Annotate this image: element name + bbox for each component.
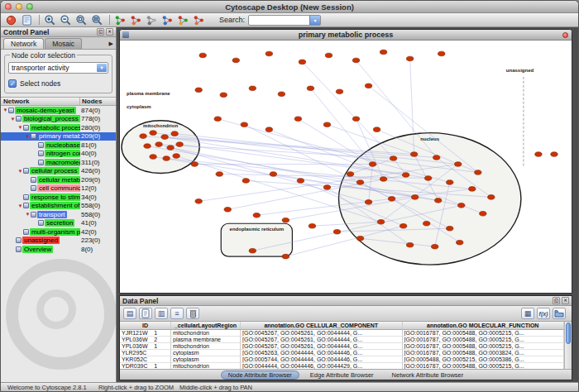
network-node[interactable] [220, 93, 227, 98]
table-cell[interactable]: [GO:0005488, GO:0005215, GO:0005386, G..… [403, 356, 565, 363]
tree-item-secretion[interactable]: secretion41(0) [1, 219, 116, 228]
network-node[interactable] [400, 223, 406, 228]
network-node[interactable] [406, 242, 413, 247]
tree-header-network[interactable]: Network [1, 98, 80, 105]
network-node[interactable] [390, 156, 396, 161]
network-node[interactable] [299, 60, 305, 65]
tree-header-nodes[interactable]: Nodes [80, 98, 116, 105]
network-node[interactable] [278, 92, 285, 97]
network-node[interactable] [199, 53, 206, 58]
delete-attributes-icon[interactable] [186, 308, 199, 319]
expand-arrow-icon[interactable]: ▼ [10, 117, 16, 122]
network-node[interactable] [171, 131, 178, 136]
zoom-selected-region-icon[interactable] [74, 14, 89, 26]
network-node[interactable] [140, 134, 146, 139]
network-node[interactable] [438, 51, 445, 56]
data-panel-close-icon[interactable]: ✕ [562, 297, 569, 304]
table-cell[interactable]: YPL036W__1 [120, 343, 171, 350]
network-node[interactable] [380, 50, 386, 55]
table-header-cell[interactable]: annotation.GO CELLULAR_COMPONENT [241, 322, 403, 329]
tree-item-metabolic-process[interactable]: ▼metabolic process280(0) [1, 123, 116, 132]
color-attribute-combobox[interactable]: transporter activity ▼ [8, 62, 108, 74]
zoom-out-icon[interactable] [59, 14, 73, 26]
hide-selected-icon[interactable] [145, 14, 159, 26]
tab-scroll-right-icon[interactable]: ▶ [109, 41, 113, 49]
table-cell[interactable]: YPL036W__2 [120, 337, 171, 343]
vizmapper-icon[interactable] [192, 14, 206, 26]
network-node[interactable] [347, 172, 353, 177]
select-attributes-icon[interactable]: ▤ [123, 308, 136, 319]
network-node[interactable] [411, 195, 418, 200]
network-node[interactable] [266, 127, 272, 132]
network-node[interactable] [356, 236, 363, 241]
table-cell[interactable]: cytoplasm [171, 350, 241, 356]
network-node[interactable] [458, 203, 465, 208]
destroy-network-icon[interactable] [4, 14, 18, 26]
network-node[interactable] [242, 179, 249, 184]
network-node[interactable] [469, 187, 476, 192]
network-node[interactable] [480, 212, 486, 217]
network-node[interactable] [455, 162, 462, 167]
network-node[interactable] [191, 162, 198, 167]
tab-node-attribute-browser[interactable]: Node Attribute Browser [221, 370, 299, 380]
network-node[interactable] [352, 117, 359, 122]
network-node[interactable] [388, 197, 395, 202]
tab-edge-attribute-browser[interactable]: Edge Attribute Browser [303, 370, 381, 380]
tree-item-establishment-of-lo[interactable]: ▼establishment of lo558(0) [1, 202, 116, 211]
create-new-attribute-icon[interactable] [139, 308, 152, 319]
network-node[interactable] [195, 88, 202, 93]
network-node[interactable] [224, 208, 231, 213]
expand-arrow-icon[interactable]: ▼ [25, 134, 31, 139]
network-node[interactable] [423, 221, 429, 226]
network-node[interactable] [266, 51, 272, 56]
network-node[interactable] [488, 195, 495, 200]
show-all-icon[interactable] [160, 14, 175, 26]
table-row[interactable]: YPL036W__2plasma membrane[GO:0045267, GO… [120, 337, 564, 343]
network-node[interactable] [380, 177, 386, 182]
apply-layout-icon[interactable] [176, 14, 190, 26]
import-attributes-icon[interactable] [553, 308, 566, 319]
network-node[interactable] [551, 152, 557, 157]
network-node[interactable] [325, 53, 332, 58]
network-frame-titlebar[interactable]: primary metabolic process [120, 30, 572, 41]
tree-item-multi-organism-pro[interactable]: multi-organism pro42(0) [1, 227, 116, 237]
expand-arrow-icon[interactable]: ▼ [2, 108, 8, 112]
table-cell[interactable]: YKR052C [120, 356, 171, 363]
network-node[interactable] [365, 84, 371, 88]
data-panel-float-icon[interactable]: ◱ [553, 297, 560, 304]
table-cell[interactable]: [GO:0016787, GO:0005488, GO:0003824, G..… [403, 350, 565, 356]
tree-item-cell-communica[interactable]: cell communica12(0) [1, 184, 116, 194]
table-cell[interactable]: [GO:0016787, GO:0005488, GO:0005215, G..… [403, 337, 565, 343]
table-scrollbar-thumb[interactable] [566, 323, 571, 344]
network-frame-close-button[interactable] [562, 32, 568, 38]
tree-item-transport[interactable]: ▼transport558(0) [1, 210, 116, 219]
network-node[interactable] [232, 58, 239, 63]
tree-item-nitrogen-compo[interactable]: nitrogen compo40(0) [1, 150, 116, 159]
network-node[interactable] [402, 173, 409, 178]
table-cell[interactable]: plasma membrane [171, 337, 241, 343]
minimize-button[interactable] [16, 3, 22, 10]
table-cell[interactable]: YDR039C__1 [120, 363, 171, 369]
table-header-cell[interactable]: _cellularLayoutRegion [171, 322, 241, 329]
network-node[interactable] [214, 117, 221, 122]
network-node[interactable] [406, 56, 413, 61]
tab-mosaic[interactable]: Mosaic [45, 38, 82, 49]
table-row[interactable]: YJR121W__1mitochondrion[GO:0045267, GO:0… [120, 330, 564, 337]
network-node[interactable] [377, 219, 384, 224]
network-node[interactable] [457, 240, 463, 245]
attribute-table-icon[interactable]: ▦ [521, 308, 534, 319]
tree-item-cellular-process[interactable]: ▼cellular process426(0) [1, 167, 116, 176]
window-titlebar[interactable]: Cytoscape Desktop (New Session) [1, 1, 578, 13]
table-row[interactable]: YLR295Ccytoplasm[GO:0045263, GO:0044444,… [120, 350, 564, 356]
expand-arrow-icon[interactable]: ▼ [17, 203, 23, 208]
tree-item-macromolecule[interactable]: macromolecule311(0) [1, 158, 116, 167]
import-network-icon[interactable] [20, 14, 34, 26]
expand-arrow-icon[interactable]: ▼ [17, 169, 23, 174]
new-network-from-selected-edges-icon[interactable] [129, 14, 143, 26]
table-row[interactable]: YKR052Ccytoplasm[GO:0005744, GO:0044444,… [120, 356, 564, 363]
tree-item-mosaic-demo-yeast[interactable]: ▼mosaic-demo-yeast874(0) [1, 106, 116, 115]
table-scrollbar[interactable] [564, 322, 572, 369]
maximize-button[interactable] [26, 3, 33, 10]
table-cell[interactable]: [GO:0045267, GO:0045261, GO:0044444, G..… [241, 343, 403, 350]
network-node[interactable] [323, 122, 330, 127]
